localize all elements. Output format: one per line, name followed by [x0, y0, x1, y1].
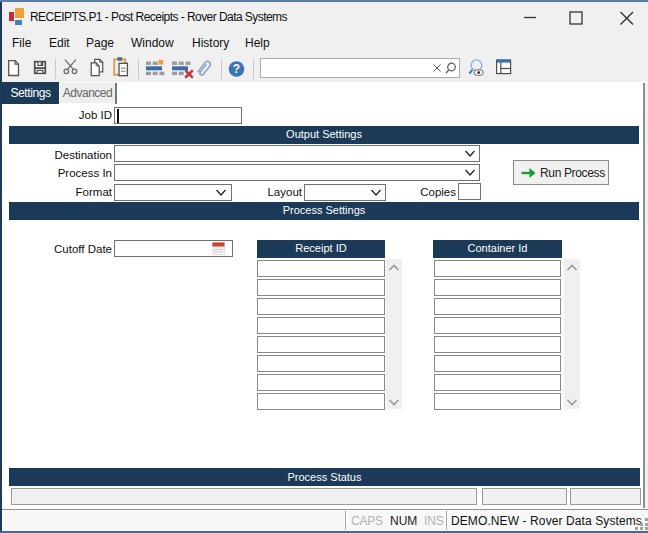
svg-text:?: ? — [233, 62, 240, 76]
